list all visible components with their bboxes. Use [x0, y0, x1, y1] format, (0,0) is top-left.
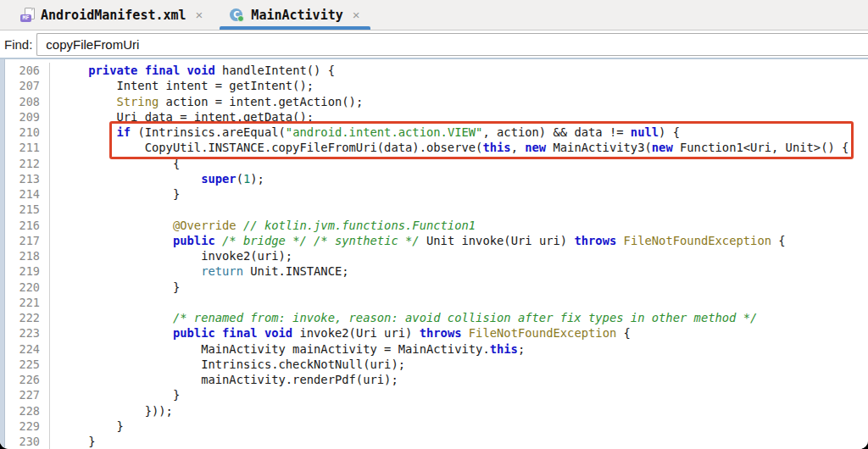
- code-line-text: MainActivity mainActivity = MainActivity…: [50, 341, 525, 357]
- tab-bar: MF AndroidManifest.xml × C MainActivity …: [0, 0, 868, 30]
- manifest-file-icon: MF: [20, 8, 35, 22]
- code-row: 228 }));: [0, 403, 868, 419]
- line-number: 228: [0, 403, 50, 419]
- code-line-text: CopyUtil.INSTANCE.copyFileFromUri(data).…: [50, 140, 849, 155]
- code-row: 225 Intrinsics.checkNotNull(uri);: [0, 357, 868, 372]
- code-row: 209 Uri data = intent.getData();: [0, 109, 868, 125]
- line-number: 226: [0, 372, 50, 387]
- line-number: 222: [0, 310, 50, 325]
- line-number: 211: [0, 140, 50, 155]
- line-number: 221: [0, 295, 50, 310]
- line-number: 225: [0, 357, 50, 372]
- code-line-text: }: [50, 387, 180, 402]
- line-number: 212: [0, 156, 50, 171]
- code-row: 208 String action = intent.getAction();: [0, 94, 868, 109]
- manifest-badge: MF: [20, 14, 31, 22]
- code-line-text: [50, 202, 60, 217]
- code-line-text: private final void handleIntent() {: [50, 63, 335, 78]
- code-row: 220 }: [0, 280, 868, 295]
- tab-label: AndroidManifest.xml: [41, 8, 186, 23]
- line-number: 217: [0, 233, 50, 248]
- line-number: 229: [0, 419, 50, 434]
- line-number: 224: [0, 341, 50, 357]
- line-number: 207: [0, 78, 50, 93]
- tab-mainactivity[interactable]: C MainActivity ×: [220, 0, 370, 30]
- code-line-text: {: [50, 156, 180, 171]
- code-line-text: }: [50, 186, 180, 202]
- code-editor[interactable]: 206 private final void handleIntent() {2…: [0, 59, 868, 449]
- code-row: 221: [0, 295, 868, 310]
- line-number: 213: [0, 171, 50, 186]
- find-bar: Find:: [0, 30, 868, 59]
- code-row: 223 public final void invoke2(Uri uri) t…: [0, 325, 868, 341]
- code-row: 207 Intent intent = getIntent();: [0, 78, 868, 93]
- code-line-text: }: [50, 280, 180, 295]
- code-row: 206 private final void handleIntent() {: [0, 63, 868, 78]
- line-number: 227: [0, 387, 50, 402]
- code-row: 227 }: [0, 387, 868, 402]
- line-number: 223: [0, 325, 50, 341]
- code-line-text: @Override // kotlin.jvm.functions.Functi…: [50, 218, 476, 233]
- tab-label: MainActivity: [251, 8, 342, 23]
- code-line-text: }));: [50, 403, 173, 419]
- code-line-text: }: [50, 434, 96, 449]
- code-row: 214 }: [0, 186, 868, 202]
- code-line-text: Uri data = intent.getData();: [50, 109, 314, 125]
- code-row: 226 mainActivity.renderPdf(uri);: [0, 372, 868, 387]
- code-line-text: String action = intent.getAction();: [50, 94, 363, 109]
- tab-androidmanifest[interactable]: MF AndroidManifest.xml ×: [10, 0, 213, 30]
- code-row: 213 super(1);: [0, 171, 868, 186]
- active-tab-underline: [220, 26, 370, 30]
- code-line-text: [50, 295, 60, 310]
- code-row: 230 }: [0, 434, 868, 449]
- code-row: 210 if (Intrinsics.areEqual("android.int…: [0, 125, 868, 140]
- code-line-text: super(1);: [50, 171, 264, 186]
- code-line-text: Intrinsics.checkNotNull(uri);: [50, 357, 405, 372]
- close-icon[interactable]: ×: [196, 8, 203, 21]
- find-input[interactable]: [36, 33, 868, 56]
- close-icon[interactable]: ×: [353, 8, 360, 21]
- code-lines: 206 private final void handleIntent() {2…: [0, 63, 868, 449]
- code-row: 217 public /* bridge */ /* synthetic */ …: [0, 233, 868, 248]
- line-number: 219: [0, 263, 50, 279]
- line-number: 218: [0, 248, 50, 263]
- line-number: 209: [0, 109, 50, 125]
- line-number: 215: [0, 202, 50, 217]
- class-icon: C: [230, 8, 245, 22]
- line-number: 216: [0, 218, 50, 233]
- code-line-text: public /* bridge */ /* synthetic */ Unit…: [50, 233, 786, 248]
- find-label: Find:: [4, 37, 32, 52]
- code-line-text: public final void invoke2(Uri uri) throw…: [50, 325, 631, 341]
- code-line-text: invoke2(uri);: [50, 248, 292, 263]
- code-line-text: return Unit.INSTANCE;: [50, 263, 349, 279]
- code-line-text: }: [50, 419, 124, 434]
- line-number: 220: [0, 280, 50, 295]
- code-row: 229 }: [0, 419, 868, 434]
- code-line-text: Intent intent = getIntent();: [50, 78, 314, 93]
- code-row: 218 invoke2(uri);: [0, 248, 868, 263]
- line-number: 214: [0, 186, 50, 202]
- code-row: 215: [0, 202, 868, 217]
- code-row: 222 /* renamed from: invoke, reason: avo…: [0, 310, 868, 325]
- code-row: 211 CopyUtil.INSTANCE.copyFileFromUri(da…: [0, 140, 868, 155]
- code-row: 216 @Override // kotlin.jvm.functions.Fu…: [0, 218, 868, 233]
- code-line-text: if (Intrinsics.areEqual("android.intent.…: [50, 125, 680, 140]
- code-line-text: mainActivity.renderPdf(uri);: [50, 372, 398, 387]
- decompiler-window: MF AndroidManifest.xml × C MainActivity …: [0, 0, 868, 449]
- line-number: 206: [0, 63, 50, 78]
- code-row: 219 return Unit.INSTANCE;: [0, 263, 868, 279]
- code-row: 212 {: [0, 156, 868, 171]
- line-number: 230: [0, 434, 50, 449]
- line-number: 208: [0, 94, 50, 109]
- class-icon-status-dot: [237, 15, 244, 22]
- line-number: 210: [0, 125, 50, 140]
- code-row: 224 MainActivity mainActivity = MainActi…: [0, 341, 868, 357]
- code-line-text: /* renamed from: invoke, reason: avoid c…: [50, 310, 757, 325]
